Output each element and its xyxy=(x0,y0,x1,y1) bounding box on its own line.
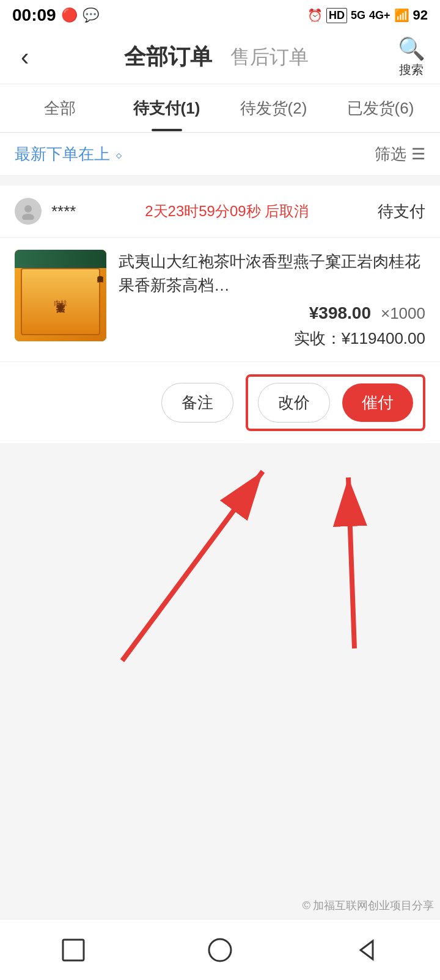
filter-icon: ☰ xyxy=(411,145,425,164)
action-row: 备注 改价 催付 xyxy=(0,362,440,443)
svg-point-7 xyxy=(209,939,231,961)
status-bar: 00:09 🔴 💬 ⏰ HD 5G 4G+ 📶 92 xyxy=(0,0,440,31)
search-button[interactable]: 🔍 搜索 xyxy=(398,36,425,78)
note-button[interactable]: 备注 xyxy=(161,383,233,423)
filter-label: 筛选 xyxy=(375,143,406,165)
alarm-icon: ⏰ xyxy=(307,8,323,23)
signal-5g-icon: 5G xyxy=(351,9,365,22)
search-icon: 🔍 xyxy=(398,36,425,62)
countdown-timer: 2天23时59分09秒 后取消 xyxy=(86,201,368,221)
back-button[interactable]: ‹ xyxy=(15,37,35,77)
order-status: 待支付 xyxy=(378,201,425,222)
sort-label: 最新下单在上 xyxy=(15,143,110,165)
arrows-svg xyxy=(0,453,440,673)
urge-payment-button[interactable]: 催付 xyxy=(342,383,413,422)
product-total-row: 实收：¥119400.00 xyxy=(119,328,425,349)
status-left: 00:09 🔴 💬 xyxy=(12,5,99,25)
product-total: 实收：¥119400.00 xyxy=(294,328,425,349)
product-row: 燕子窠 肉桂 燕子窠肉桂 武夷山大红袍茶叶浓香型燕子窠正岩肉桂花果香新茶高档… … xyxy=(0,238,440,362)
product-price: ¥398.00 xyxy=(309,303,371,323)
product-price-row: ¥398.00 ×1000 xyxy=(119,303,425,323)
svg-rect-6 xyxy=(63,940,84,960)
order-header: **** 2天23时59分09秒 后取消 待支付 xyxy=(0,186,440,238)
svg-point-1 xyxy=(22,214,34,220)
product-quantity: ×1000 xyxy=(381,304,425,323)
sort-arrow-icon: ⬦ xyxy=(115,147,123,162)
watermark-icon: © xyxy=(302,899,310,912)
status-time: 00:09 xyxy=(12,5,56,25)
signal-4g-icon: 4G+ xyxy=(369,9,391,22)
nav-home-button[interactable] xyxy=(202,932,238,968)
nav-title-group: 全部订单 售后订单 xyxy=(124,42,309,72)
tab-pending-pay[interactable]: 待支付(1) xyxy=(113,85,220,131)
watermark-text: 加福互联网创业项目分享 xyxy=(313,898,434,913)
svg-line-4 xyxy=(122,471,263,661)
nav-square-button[interactable] xyxy=(55,932,92,968)
svg-point-0 xyxy=(24,205,32,212)
tab-bar: 全部 待支付(1) 待发货(2) 已发货(6) xyxy=(0,84,440,133)
search-label: 搜索 xyxy=(399,62,424,78)
sort-button[interactable]: 最新下单在上 ⬦ xyxy=(15,143,123,165)
product-info: 武夷山大红袍茶叶浓香型燕子窠正岩肉桂花果香新茶高档… ¥398.00 ×1000… xyxy=(119,250,425,349)
tab-pending-ship[interactable]: 待发货(2) xyxy=(220,85,327,131)
nav-bar: ‹ 全部订单 售后订单 🔍 搜索 xyxy=(0,31,440,84)
wechat-icon: 💬 xyxy=(82,7,99,23)
battery-level: 92 xyxy=(413,7,428,23)
nav-title-active: 全部订单 xyxy=(124,42,212,72)
user-name: **** xyxy=(51,202,76,221)
nav-bottom xyxy=(0,919,440,980)
user-avatar xyxy=(15,198,42,225)
svg-line-5 xyxy=(348,477,354,648)
product-name: 武夷山大红袍茶叶浓香型燕子窠正岩肉桂花果香新茶高档… xyxy=(119,250,425,297)
order-card: **** 2天23时59分09秒 后取消 待支付 燕子窠 肉桂 燕子窠肉桂 xyxy=(0,186,440,443)
empty-content xyxy=(0,673,440,856)
product-image: 燕子窠 肉桂 燕子窠肉桂 xyxy=(15,250,106,341)
svg-marker-8 xyxy=(361,941,373,959)
highlighted-buttons: 改价 催付 xyxy=(246,374,425,431)
watermark: © 加福互联网创业项目分享 xyxy=(302,898,434,913)
tab-all[interactable]: 全部 xyxy=(6,85,113,131)
status-right: ⏰ HD 5G 4G+ 📶 92 xyxy=(307,7,428,23)
filter-button[interactable]: 筛选 ☰ xyxy=(375,143,425,165)
notification-icon: 🔴 xyxy=(61,7,78,23)
wifi-signal-icon: 📶 xyxy=(394,8,409,23)
tab-shipped[interactable]: 已发货(6) xyxy=(327,85,434,131)
sort-bar: 最新下单在上 ⬦ 筛选 ☰ xyxy=(0,133,440,176)
nav-title-inactive[interactable]: 售后订单 xyxy=(230,44,309,71)
change-price-button[interactable]: 改价 xyxy=(258,383,330,423)
hd-icon: HD xyxy=(326,8,347,23)
nav-back-gesture-button[interactable] xyxy=(348,932,385,968)
arrows-annotation xyxy=(0,453,440,673)
